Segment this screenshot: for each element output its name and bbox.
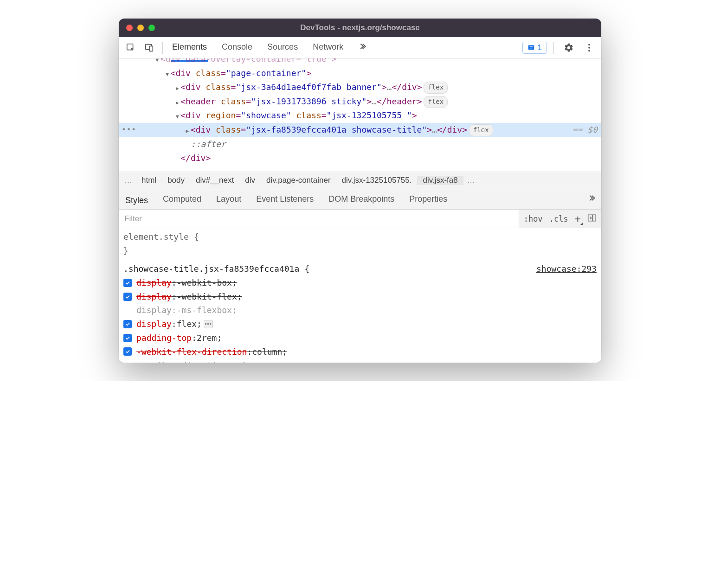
- tab-overflow-icon[interactable]: [357, 38, 367, 57]
- stab-layout[interactable]: Layout: [215, 191, 242, 208]
- breadcrumb-item[interactable]: div: [239, 176, 261, 185]
- styles-filter-input[interactable]: [119, 210, 519, 228]
- breadcrumb-item[interactable]: div.jsx-1325105755.: [336, 176, 418, 185]
- expand-toggle-icon[interactable]: [184, 123, 191, 137]
- main-toolbar: Elements Console Sources Network 1: [119, 37, 601, 58]
- expand-toggle-icon[interactable]: [174, 95, 180, 109]
- css-property: display: [136, 317, 172, 331]
- css-value: -webkit-box: [177, 276, 232, 290]
- css-declaration[interactable]: display: -ms-flexbox;: [123, 303, 597, 317]
- styles-filter-row: :hov .cls +: [119, 210, 601, 228]
- svg-point-6: [588, 50, 590, 51]
- expand-toggle-icon[interactable]: [174, 109, 180, 123]
- css-declaration[interactable]: -ms-flex-direction: column;: [123, 358, 597, 363]
- css-value: column: [232, 358, 262, 363]
- zoom-window-button[interactable]: [148, 25, 155, 31]
- cls-toggle[interactable]: .cls: [549, 214, 568, 224]
- svg-point-4: [588, 44, 590, 45]
- tab-sources[interactable]: Sources: [266, 38, 299, 57]
- css-decl-checkbox[interactable]: [123, 320, 132, 328]
- css-property: display: [136, 290, 172, 304]
- css-source-link[interactable]: showcase:293: [536, 262, 597, 276]
- styles-tabs-overflow-icon[interactable]: [587, 194, 596, 205]
- css-declaration[interactable]: display: -webkit-box;: [123, 276, 597, 290]
- styles-tabs: Styles Computed Layout Event Listeners D…: [119, 189, 601, 210]
- dom-line[interactable]: <header class="jsx-1931733896 sticky">…<…: [119, 95, 601, 109]
- dom-line[interactable]: <div region="showcase" class="jsx-132510…: [119, 109, 601, 123]
- more-icon[interactable]: [581, 39, 598, 56]
- dom-line[interactable]: <div data-overlay-container="true">: [119, 58, 601, 66]
- stab-computed[interactable]: Computed: [162, 191, 202, 208]
- close-window-button[interactable]: [126, 25, 133, 31]
- stab-dom-breakpoints[interactable]: DOM Breakpoints: [328, 191, 395, 208]
- toolbar-divider: [162, 42, 163, 54]
- dom-line[interactable]: </div>: [119, 151, 601, 166]
- traffic-lights: [126, 25, 155, 31]
- css-declaration[interactable]: padding-top: 2rem;: [123, 331, 597, 345]
- stab-styles[interactable]: Styles: [124, 192, 149, 212]
- inspect-element-icon[interactable]: [122, 39, 139, 56]
- flex-badge[interactable]: flex: [424, 96, 448, 108]
- css-rule-header: showcase:293 .showcase-title.jsx-fa8539e…: [123, 262, 597, 276]
- element-style-close: }: [123, 244, 597, 258]
- breadcrumb-item[interactable]: div.jsx-fa8: [417, 176, 463, 185]
- css-decl-checkbox[interactable]: [123, 334, 132, 342]
- css-property: padding-top: [136, 331, 192, 345]
- css-rule-selector[interactable]: .showcase-title.jsx-fa8539efcca401a: [123, 264, 299, 274]
- minimize-window-button[interactable]: [137, 25, 144, 31]
- flex-badge[interactable]: flex: [424, 82, 448, 94]
- new-style-rule-icon[interactable]: +: [575, 213, 581, 224]
- svg-rect-2: [149, 46, 153, 51]
- styles-panel: element.style { } showcase:293 .showcase…: [119, 228, 601, 363]
- breadcrumb-item[interactable]: div.page-container: [261, 176, 336, 185]
- toolbar-divider: [553, 42, 554, 54]
- flex-badge[interactable]: flex: [469, 124, 493, 136]
- window-title: DevTools - nextjs.org/showcase: [119, 23, 601, 32]
- expand-toggle-icon[interactable]: [174, 80, 180, 95]
- breadcrumb-item[interactable]: div#__next: [190, 176, 239, 185]
- issues-button[interactable]: 1: [522, 42, 547, 54]
- selected-node-ref: == $0: [572, 123, 601, 137]
- breadcrumb-left-ellipsis[interactable]: …: [121, 176, 136, 185]
- breadcrumb-right-ellipsis[interactable]: …: [463, 176, 479, 185]
- css-decl-checkbox[interactable]: [123, 293, 132, 301]
- flexbox-editor-icon[interactable]: [204, 320, 213, 328]
- stab-properties[interactable]: Properties: [408, 191, 448, 208]
- dom-line[interactable]: <div class="page-container">: [119, 66, 601, 81]
- window-titlebar: DevTools - nextjs.org/showcase: [119, 19, 601, 37]
- svg-rect-3: [528, 45, 534, 49]
- css-value: column: [252, 345, 282, 359]
- dom-line[interactable]: ::after: [119, 137, 601, 152]
- expand-toggle-icon[interactable]: [174, 151, 180, 166]
- expand-toggle-icon[interactable]: [164, 66, 171, 81]
- devtools-window: DevTools - nextjs.org/showcase Elements …: [119, 19, 601, 363]
- css-decl-checkbox[interactable]: [123, 279, 132, 287]
- breadcrumb-item[interactable]: html: [136, 176, 162, 185]
- issues-count: 1: [538, 43, 542, 52]
- tab-console[interactable]: Console: [221, 38, 253, 57]
- css-value: flex: [177, 317, 197, 331]
- element-style-selector[interactable]: element.style {: [123, 230, 597, 244]
- css-declaration[interactable]: display: -webkit-flex;: [123, 290, 597, 304]
- dom-line[interactable]: ••• <div class="jsx-fa8539efcca401a show…: [119, 123, 601, 137]
- css-property: display: [136, 303, 172, 317]
- expand-toggle-icon[interactable]: [184, 137, 191, 152]
- dom-tree[interactable]: <div data-overlay-container="true"> <div…: [119, 58, 601, 172]
- toolbar-right: 1: [522, 39, 598, 56]
- selected-line-actions-icon[interactable]: •••: [122, 124, 136, 136]
- computed-panel-toggle-icon[interactable]: [587, 214, 597, 224]
- css-declaration[interactable]: -webkit-flex-direction: column;: [123, 345, 597, 359]
- settings-icon[interactable]: [560, 39, 577, 56]
- dom-line[interactable]: <div class="jsx-3a64d1ae4f0f7fab banner"…: [119, 80, 601, 95]
- css-value: -ms-flexbox: [177, 303, 232, 317]
- expand-toggle-icon[interactable]: [154, 58, 161, 66]
- stab-event-listeners[interactable]: Event Listeners: [255, 191, 315, 208]
- tab-network[interactable]: Network: [312, 38, 344, 57]
- breadcrumb-item[interactable]: body: [162, 176, 190, 185]
- device-toolbar-icon[interactable]: [141, 39, 158, 56]
- css-property: -webkit-flex-direction: [136, 345, 247, 359]
- css-decl-checkbox[interactable]: [123, 347, 132, 356]
- svg-rect-7: [588, 215, 596, 221]
- hov-toggle[interactable]: :hov: [524, 214, 543, 224]
- css-declaration[interactable]: display: flex;: [123, 317, 597, 331]
